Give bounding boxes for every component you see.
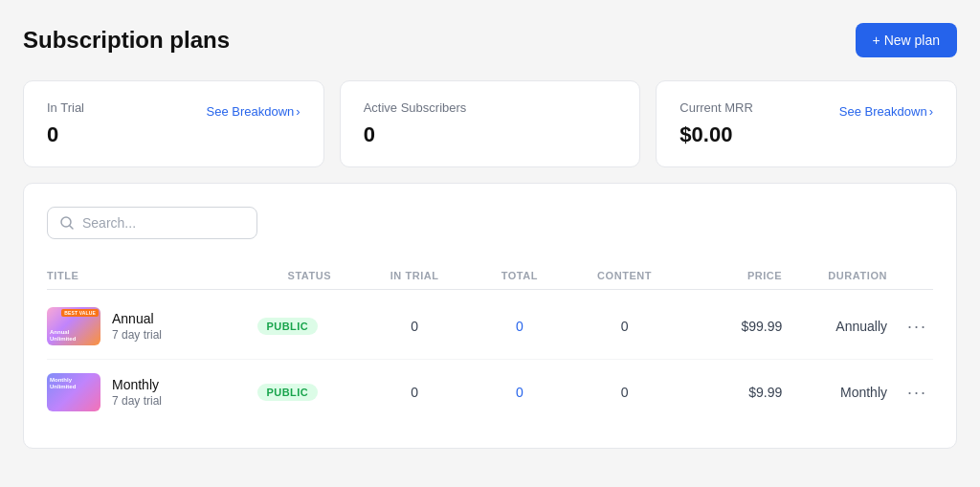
plan-details-annual: Annual 7 day trial bbox=[112, 311, 162, 342]
col-header-price: PRICE bbox=[678, 270, 783, 281]
col-header-status: STATUS bbox=[257, 270, 363, 281]
more-button-monthly[interactable]: ··· bbox=[902, 379, 933, 407]
in-trial-value: 0 bbox=[47, 122, 84, 147]
table-header: TITLE STATUS IN TRIAL TOTAL CONTENT PRIC… bbox=[47, 262, 933, 290]
current-mrr-value: $0.00 bbox=[679, 122, 753, 147]
status-cell-monthly: PUBLIC bbox=[257, 384, 363, 401]
main-panel: TITLE STATUS IN TRIAL TOTAL CONTENT PRIC… bbox=[23, 183, 957, 449]
plan-trial-annual: 7 day trial bbox=[112, 328, 162, 342]
content-monthly: 0 bbox=[572, 385, 678, 400]
status-badge-annual: PUBLIC bbox=[257, 318, 319, 335]
plans-table: TITLE STATUS IN TRIAL TOTAL CONTENT PRIC… bbox=[47, 262, 933, 425]
active-subscribers-label: Active Subscribers bbox=[364, 100, 617, 115]
search-wrap bbox=[47, 207, 933, 239]
col-header-actions bbox=[887, 270, 933, 281]
col-header-title: TITLE bbox=[47, 270, 257, 281]
page-header: Subscription plans + New plan bbox=[23, 23, 957, 57]
plan-thumbnail-monthly: MonthlyUnlimited bbox=[47, 373, 100, 411]
search-input[interactable] bbox=[82, 215, 245, 231]
in-trial-breakdown-link[interactable]: See Breakdown › bbox=[207, 104, 301, 119]
status-cell-annual: PUBLIC bbox=[257, 318, 363, 335]
plan-trial-monthly: 7 day trial bbox=[112, 394, 162, 408]
plan-name-annual: Annual bbox=[112, 311, 162, 326]
col-header-in-trial: IN TRIAL bbox=[362, 270, 467, 281]
svg-line-1 bbox=[70, 226, 73, 229]
plan-name-monthly: Monthly bbox=[112, 377, 162, 392]
plan-thumb-text-annual: AnnualUnlimited bbox=[50, 329, 76, 343]
actions-annual: ··· bbox=[887, 313, 933, 341]
duration-annual: Annually bbox=[782, 319, 887, 334]
table-row: BEST VALUE AnnualUnlimited Annual 7 day … bbox=[47, 294, 933, 360]
total-annual[interactable]: 0 bbox=[467, 319, 572, 334]
search-container[interactable] bbox=[47, 207, 257, 239]
in-trial-label: In Trial bbox=[47, 100, 84, 115]
col-header-content: CONTENT bbox=[572, 270, 678, 281]
status-badge-monthly: PUBLIC bbox=[257, 384, 319, 401]
plan-thumbnail-annual: BEST VALUE AnnualUnlimited bbox=[47, 307, 100, 345]
stats-row: In Trial 0 See Breakdown › Active Subscr… bbox=[23, 80, 957, 167]
search-icon bbox=[59, 215, 75, 231]
stat-card-current-mrr: Current MRR $0.00 See Breakdown › bbox=[656, 80, 957, 167]
mrr-breakdown-link[interactable]: See Breakdown › bbox=[839, 104, 933, 119]
active-subscribers-value: 0 bbox=[364, 122, 617, 147]
new-plan-button[interactable]: + New plan bbox=[856, 23, 957, 57]
col-header-total: TOTAL bbox=[467, 270, 572, 281]
plan-details-monthly: Monthly 7 day trial bbox=[112, 377, 162, 408]
plan-badge-annual: BEST VALUE bbox=[61, 309, 99, 317]
plan-thumb-text-monthly: MonthlyUnlimited bbox=[50, 377, 76, 390]
stat-card-in-trial: In Trial 0 See Breakdown › bbox=[23, 80, 324, 167]
total-monthly[interactable]: 0 bbox=[467, 385, 572, 400]
col-header-duration: DURATION bbox=[782, 270, 887, 281]
more-button-annual[interactable]: ··· bbox=[902, 313, 933, 341]
price-monthly: $9.99 bbox=[678, 385, 783, 400]
in-trial-annual: 0 bbox=[362, 319, 467, 334]
actions-monthly: ··· bbox=[887, 379, 933, 407]
price-annual: $99.99 bbox=[678, 319, 783, 334]
content-annual: 0 bbox=[572, 319, 678, 334]
plan-info-annual: BEST VALUE AnnualUnlimited Annual 7 day … bbox=[47, 307, 257, 345]
stat-card-active-subscribers: Active Subscribers 0 bbox=[340, 80, 641, 167]
page-title: Subscription plans bbox=[23, 27, 230, 54]
current-mrr-label: Current MRR bbox=[679, 100, 753, 115]
table-row: MonthlyUnlimited Monthly 7 day trial PUB… bbox=[47, 360, 933, 425]
plan-info-monthly: MonthlyUnlimited Monthly 7 day trial bbox=[47, 373, 257, 411]
duration-monthly: Monthly bbox=[782, 385, 887, 400]
in-trial-monthly: 0 bbox=[362, 385, 467, 400]
